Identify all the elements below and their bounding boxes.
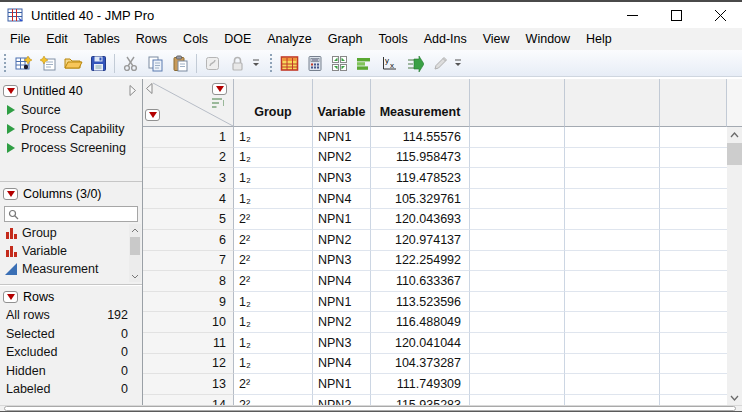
paste-icon[interactable]: [168, 51, 193, 75]
scrollbar-thumb[interactable]: [4, 406, 736, 411]
menu-item[interactable]: File: [2, 29, 38, 49]
group-cell[interactable]: 1₂: [234, 127, 313, 148]
row-number-cell[interactable]: 14: [143, 395, 234, 405]
group-cell[interactable]: 2²: [234, 209, 313, 230]
calculator-icon[interactable]: [302, 51, 327, 75]
journal-icon[interactable]: [200, 51, 225, 75]
row-number-cell[interactable]: 13: [143, 374, 234, 395]
empty-cell[interactable]: [660, 148, 727, 169]
column-list-item[interactable]: Variable: [0, 242, 142, 260]
group-cell[interactable]: 2²: [234, 374, 313, 395]
empty-cell[interactable]: [470, 374, 565, 395]
table-panel-item[interactable]: Source: [0, 100, 142, 119]
toolbar-overflow-icon[interactable]: [452, 51, 464, 75]
empty-cell[interactable]: [565, 395, 660, 405]
empty-cell[interactable]: [565, 230, 660, 251]
group-cell[interactable]: 1₂: [234, 189, 313, 210]
measurement-cell[interactable]: 120.974137: [371, 230, 470, 251]
column-header[interactable]: Measurement: [371, 79, 470, 127]
menu-item[interactable]: View: [475, 29, 518, 49]
row-number-cell[interactable]: 9: [143, 292, 234, 313]
rows-stat-row[interactable]: Selected 0: [0, 325, 142, 344]
menu-item[interactable]: Tables: [76, 29, 128, 49]
rows-stat-row[interactable]: Hidden 0: [0, 362, 142, 381]
graph-builder-icon[interactable]: [352, 51, 377, 75]
group-cell[interactable]: 2²: [234, 271, 313, 292]
columns-search-input[interactable]: [19, 208, 137, 220]
empty-cell[interactable]: [565, 251, 660, 272]
empty-cell[interactable]: [660, 395, 727, 405]
red-triangle-menu-button[interactable]: [3, 291, 18, 303]
empty-cell[interactable]: [660, 251, 727, 272]
empty-cell[interactable]: [565, 148, 660, 169]
empty-cell[interactable]: [470, 230, 565, 251]
measurement-cell[interactable]: 105.329761: [371, 189, 470, 210]
empty-cell[interactable]: [565, 127, 660, 148]
new-window-icon[interactable]: [36, 51, 61, 75]
measurement-cell[interactable]: 115.935283: [371, 395, 470, 405]
menu-item[interactable]: Add-Ins: [416, 29, 475, 49]
scrollbar-thumb[interactable]: [130, 237, 140, 255]
rows-stat-row[interactable]: Excluded 0: [0, 343, 142, 362]
row-number-cell[interactable]: 7: [143, 251, 234, 272]
measurement-cell[interactable]: 122.254992: [371, 251, 470, 272]
empty-cell[interactable]: [660, 127, 727, 148]
toolbar-grip[interactable]: [4, 54, 6, 72]
sort-icon[interactable]: [212, 98, 225, 108]
save-icon[interactable]: [86, 51, 111, 75]
rows-stat-row[interactable]: All rows 192: [0, 306, 142, 325]
scroll-up-icon[interactable]: [727, 127, 742, 142]
empty-cell[interactable]: [660, 230, 727, 251]
close-button[interactable]: [698, 2, 742, 28]
measurement-cell[interactable]: 115.958473: [371, 148, 470, 169]
menu-item[interactable]: Help: [578, 29, 620, 49]
empty-cell[interactable]: [660, 312, 727, 333]
edit-icon[interactable]: [427, 51, 452, 75]
new-data-table-icon[interactable]: [11, 51, 36, 75]
group-cell[interactable]: 1₂: [234, 292, 313, 313]
scroll-down-icon[interactable]: [129, 270, 141, 282]
variable-cell[interactable]: NPN1: [313, 127, 371, 148]
empty-cell[interactable]: [470, 292, 565, 313]
group-cell[interactable]: 1₂: [234, 354, 313, 375]
variable-cell[interactable]: NPN4: [313, 189, 371, 210]
variable-cell[interactable]: NPN1: [313, 209, 371, 230]
empty-cell[interactable]: [470, 312, 565, 333]
columns-list-scrollbar[interactable]: [129, 224, 141, 282]
collapse-panel-icon[interactable]: [128, 84, 137, 97]
row-number-cell[interactable]: 12: [143, 354, 234, 375]
scroll-up-icon[interactable]: [129, 224, 141, 236]
menu-item[interactable]: Analyze: [259, 29, 319, 49]
group-cell[interactable]: 1₂: [234, 168, 313, 189]
row-number-cell[interactable]: 6: [143, 230, 234, 251]
empty-cell[interactable]: [660, 168, 727, 189]
menu-item[interactable]: Window: [518, 29, 578, 49]
empty-cell[interactable]: [565, 292, 660, 313]
empty-cell[interactable]: [470, 168, 565, 189]
copy-icon[interactable]: [143, 51, 168, 75]
variable-cell[interactable]: NPN2: [313, 395, 371, 405]
table-panel-item[interactable]: Process Screening: [0, 138, 142, 157]
variable-cell[interactable]: NPN3: [313, 168, 371, 189]
data-table-icon[interactable]: [277, 51, 302, 75]
table-panel-item[interactable]: Process Capability: [0, 119, 142, 138]
menu-item[interactable]: Edit: [38, 29, 76, 49]
column-header[interactable]: Group: [234, 79, 313, 127]
empty-cell[interactable]: [470, 189, 565, 210]
empty-cell[interactable]: [470, 354, 565, 375]
column-list-item[interactable]: Measurement: [0, 260, 142, 278]
scroll-down-icon[interactable]: [727, 390, 742, 405]
empty-cell[interactable]: [470, 251, 565, 272]
empty-column-header[interactable]: [660, 79, 727, 127]
group-cell[interactable]: 1₂: [234, 148, 313, 169]
variable-cell[interactable]: NPN2: [313, 148, 371, 169]
variable-cell[interactable]: NPN3: [313, 251, 371, 272]
empty-cell[interactable]: [565, 312, 660, 333]
group-cell[interactable]: 1₂: [234, 333, 313, 354]
group-cell[interactable]: 2²: [234, 395, 313, 405]
empty-cell[interactable]: [470, 148, 565, 169]
measurement-cell[interactable]: 120.041044: [371, 333, 470, 354]
empty-cell[interactable]: [470, 127, 565, 148]
empty-cell[interactable]: [660, 189, 727, 210]
collapse-sidebar-icon[interactable]: [145, 82, 154, 95]
